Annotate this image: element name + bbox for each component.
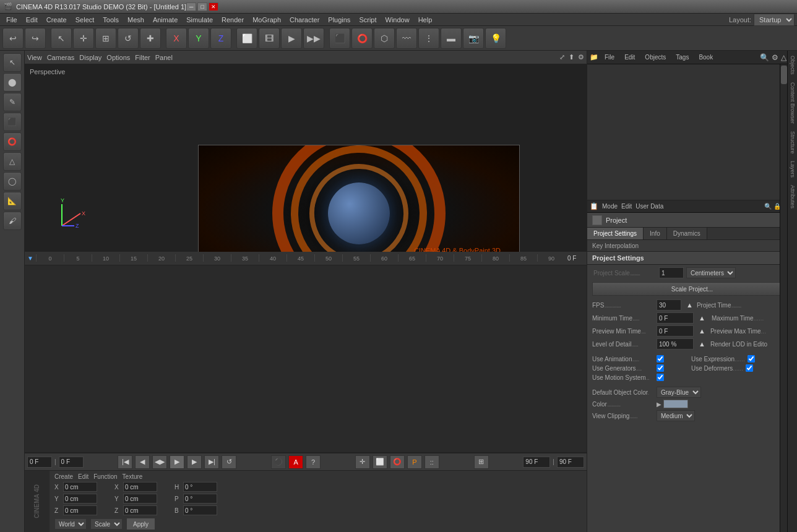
texture-menu[interactable]: Texture <box>123 473 143 480</box>
matrix-btn[interactable]: ⋮ <box>418 28 439 49</box>
p-field[interactable] <box>183 494 217 504</box>
y-pos-field[interactable] <box>63 494 97 504</box>
vtab-objects[interactable]: Objects <box>788 52 797 79</box>
y-rot-field[interactable] <box>123 494 157 504</box>
menu-animate[interactable]: Animate <box>149 15 181 25</box>
object-mode[interactable]: ⬜ <box>236 28 257 49</box>
attr-search-icon[interactable]: 🔍 <box>764 203 772 210</box>
tab-project-settings[interactable]: Project Settings <box>587 228 644 239</box>
color-swatch[interactable] <box>663 400 688 408</box>
menu-window[interactable]: Window <box>382 15 413 25</box>
menu-mograph[interactable]: MoGraph <box>249 15 285 25</box>
tab-dynamics[interactable]: Dynamics <box>667 228 707 239</box>
timeline-motion-btn[interactable]: ⭕ <box>390 455 405 469</box>
render-active[interactable]: ▶ <box>281 28 302 49</box>
filter-menu[interactable]: Filter <box>135 54 150 61</box>
menu-select[interactable]: Select <box>72 15 98 25</box>
timeline-add-btn[interactable]: ✛ <box>355 455 370 469</box>
vtab-attributes[interactable]: Attributes <box>788 181 797 212</box>
render-all[interactable]: ▶▶ <box>303 28 324 49</box>
maximize-button[interactable]: □ <box>197 2 207 11</box>
x-pos-field[interactable] <box>63 482 97 492</box>
lt-measure[interactable]: 📐 <box>3 192 22 210</box>
lod-stepper[interactable]: ▲ <box>699 340 705 348</box>
attr-scrollbar[interactable] <box>780 64 787 532</box>
fps-stepper-up[interactable]: ▲ <box>686 301 693 309</box>
edit-menu-coord[interactable]: Edit <box>78 473 88 480</box>
light-btn[interactable]: 💡 <box>485 28 506 49</box>
time-field-end2[interactable] <box>557 457 584 468</box>
view-menu[interactable]: View <box>27 54 42 61</box>
lt-brush[interactable]: 🖌 <box>3 212 22 230</box>
use-deformers-checkbox[interactable] <box>746 364 753 372</box>
display-menu[interactable]: Display <box>79 54 101 61</box>
preview-stepper[interactable]: ▲ <box>699 327 705 335</box>
options-menu[interactable]: Options <box>106 54 130 61</box>
floor-btn[interactable]: ▬ <box>441 28 462 49</box>
use-animation-checkbox[interactable] <box>657 355 664 363</box>
preview-min-field[interactable] <box>657 325 694 337</box>
time-field-end1[interactable] <box>523 457 550 468</box>
lt-cube[interactable]: ⬛ <box>3 113 22 131</box>
min-stepper[interactable]: ▲ <box>699 314 705 322</box>
vt-move-icon[interactable]: ⤢ <box>559 53 565 61</box>
lt-live[interactable]: ⬤ <box>3 73 22 92</box>
b-field[interactable] <box>183 505 217 515</box>
use-generators-checkbox[interactable] <box>657 364 664 372</box>
panel-menu[interactable]: Panel <box>155 54 173 61</box>
vt-expand-icon[interactable]: ⬆ <box>569 53 574 61</box>
sphere-btn[interactable]: ⭕ <box>351 28 373 49</box>
h-field[interactable] <box>183 482 217 492</box>
om-search-icon[interactable]: 🔍 <box>760 53 769 62</box>
x-axis[interactable]: X <box>166 28 187 49</box>
cameras-menu[interactable]: Cameras <box>47 54 75 61</box>
menu-character[interactable]: Character <box>286 15 323 25</box>
min-time-field[interactable] <box>657 312 694 324</box>
scale-project-button[interactable]: Scale Project... <box>592 282 792 296</box>
spline-btn[interactable]: 〰 <box>396 28 417 49</box>
fps-field[interactable] <box>657 299 681 311</box>
goto-end-button[interactable]: ▶| <box>204 455 219 469</box>
minimize-button[interactable]: ─ <box>186 2 196 11</box>
scrollbar-thumb[interactable] <box>781 66 787 84</box>
menu-edit[interactable]: Edit <box>22 15 41 25</box>
x-rot-field[interactable] <box>123 482 157 492</box>
vtab-structure[interactable]: Structure <box>788 127 797 158</box>
lt-select[interactable]: ↖ <box>3 53 22 72</box>
menu-script[interactable]: Script <box>355 15 380 25</box>
menu-simulate[interactable]: Simulate <box>183 15 217 25</box>
camera-btn[interactable]: 📷 <box>463 28 484 49</box>
attr-edit-menu[interactable]: Edit <box>621 203 632 210</box>
nurbs-btn[interactable]: ⬡ <box>374 28 395 49</box>
menu-mesh[interactable]: Mesh <box>124 15 148 25</box>
project-scale-unit-select[interactable]: Centimeters Meters Inches <box>686 267 736 278</box>
apply-button[interactable]: Apply <box>126 518 155 530</box>
timeline-rm-btn[interactable]: ⬜ <box>373 455 387 469</box>
om-tags-menu[interactable]: Tags <box>672 53 692 62</box>
timeline-p-btn[interactable]: P <box>407 455 422 469</box>
undo-button[interactable]: ↩ <box>2 28 24 49</box>
function-menu[interactable]: Function <box>93 473 117 480</box>
select-tool[interactable]: ↖ <box>51 28 72 49</box>
loop-button[interactable]: ↺ <box>222 455 236 469</box>
cube-btn[interactable]: ⬛ <box>329 28 350 49</box>
z-rot-field[interactable] <box>123 505 157 515</box>
vt-settings-icon[interactable]: ⚙ <box>578 53 584 61</box>
close-button[interactable]: ✕ <box>209 2 218 11</box>
add-object[interactable]: ✚ <box>140 28 161 49</box>
key-record-button[interactable]: ⚫ <box>271 455 286 469</box>
viewport[interactable]: Perspective CINEMA 4D & BodyPaint 3D (c) <box>25 64 587 252</box>
menu-file[interactable]: File <box>2 15 21 25</box>
color-arrow[interactable]: ▶ <box>657 401 661 408</box>
z-axis[interactable]: Z <box>210 28 231 49</box>
attr-mode-menu[interactable]: Mode <box>602 203 618 210</box>
time-field-offset[interactable] <box>59 457 84 468</box>
prev-frame-button[interactable]: ◀ <box>135 455 150 469</box>
goto-start-button[interactable]: |◀ <box>118 455 132 469</box>
attr-userdata-menu[interactable]: User Data <box>635 203 663 210</box>
auto-key-button[interactable]: A <box>288 455 303 469</box>
lod-field[interactable] <box>657 338 694 350</box>
use-motion-checkbox[interactable] <box>657 374 664 381</box>
view-clipping-select[interactable]: Medium Small Large <box>657 410 695 421</box>
create-menu[interactable]: Create <box>54 473 73 480</box>
